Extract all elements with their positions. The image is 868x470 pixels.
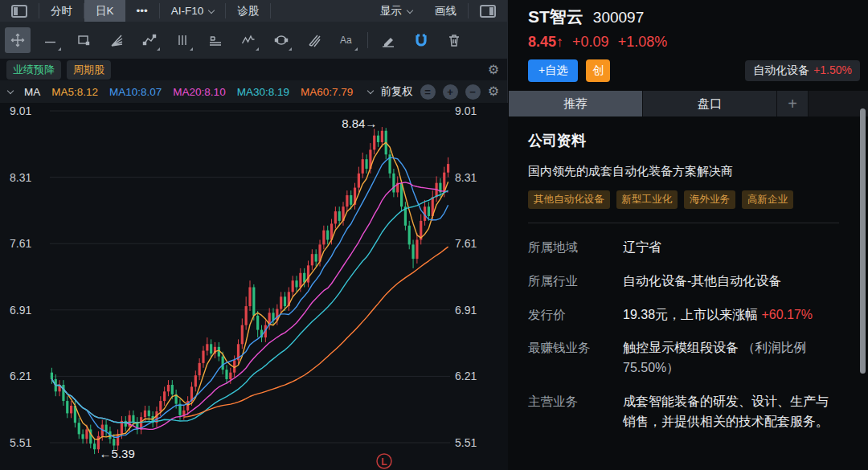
- tag-earnings-decline[interactable]: 业绩预降: [6, 60, 61, 80]
- y-axis-label-right: 8.31: [455, 171, 477, 184]
- company-fields: 所属地域 辽宁省 所属行业 自动化设备-其他自动化设备 发行价 19.38元，上…: [528, 238, 839, 432]
- candle-body: [144, 411, 146, 417]
- gann-tool[interactable]: [203, 27, 228, 53]
- ma30-value: MA30:8.19: [237, 86, 289, 98]
- biz-tag[interactable]: 海外业务: [684, 190, 735, 209]
- y-axis-label-right: 6.91: [455, 304, 477, 317]
- price-row: 8.45↑ +0.09 +1.08%: [528, 34, 868, 51]
- sector-badge[interactable]: 自动化设备+1.50%: [745, 60, 860, 81]
- tags-settings-gear-icon[interactable]: ⚙: [488, 63, 499, 76]
- pitchfork-tool[interactable]: [301, 27, 327, 53]
- tab-ai-f10[interactable]: AI-F10: [160, 0, 226, 22]
- candle-body: [70, 406, 72, 413]
- collapse-left-panel-button[interactable]: [0, 0, 39, 22]
- rectangle-tool[interactable]: [71, 27, 96, 53]
- polyline-tool[interactable]: [137, 27, 162, 53]
- price-annotation: 8.84→: [342, 116, 377, 130]
- candle-body: [362, 159, 364, 174]
- adjust-mode-chevron-icon[interactable]: [367, 87, 374, 93]
- magnet-icon: [413, 32, 429, 48]
- candle-body: [365, 159, 367, 169]
- candle-body: [299, 273, 301, 288]
- candle-body: [252, 287, 255, 315]
- tag-cyclical-stock[interactable]: 周期股: [67, 60, 111, 80]
- wave-tool[interactable]: [235, 27, 261, 53]
- trend-line-tool[interactable]: [38, 27, 63, 53]
- field-top-business: 最赚钱业务 触控显示模组段设备 （利润比例 75.50%）: [528, 338, 839, 378]
- candle-body: [66, 401, 68, 413]
- field-issue-price: 发行价 19.38元，上市以来涨幅 +60.17%: [528, 305, 839, 325]
- y-axis-label-right: 9.01: [455, 104, 477, 117]
- candle-body: [225, 370, 227, 379]
- kline-chart[interactable]: 9.019.018.318.317.617.616.916.916.216.21…: [0, 103, 508, 470]
- candle-body: [408, 226, 411, 245]
- y-axis-label-left: 6.91: [10, 304, 31, 317]
- field-main-business: 主营业务 成套智能装备的研发、设计、生产与销售，并提供相关的技术配套服务。: [528, 392, 839, 432]
- collapse-right-panel-button[interactable]: [469, 0, 507, 22]
- candle-body: [163, 391, 166, 401]
- circle-tool[interactable]: [268, 27, 294, 53]
- vertical-lines-tool[interactable]: [170, 27, 195, 53]
- candle-body: [51, 373, 53, 379]
- tab-order-book[interactable]: 盘口: [643, 91, 777, 116]
- tab-recommend[interactable]: 推荐: [509, 91, 643, 116]
- magnet-tool[interactable]: [408, 27, 434, 53]
- field-value: 自动化设备-其他自动化设备: [623, 272, 839, 292]
- zoom-in-button[interactable]: +: [443, 84, 458, 100]
- y-axis-label-right: 5.51: [455, 436, 477, 449]
- chevron-down-icon: [208, 6, 215, 13]
- chinext-board-badge[interactable]: 创: [586, 59, 610, 82]
- adjust-mode-label[interactable]: 前复权: [380, 84, 413, 99]
- watermark-letter: L: [381, 456, 387, 468]
- stock-name: ST智云: [528, 7, 583, 26]
- move-cross-tool[interactable]: [5, 27, 31, 53]
- field-value: 19.38元，上市以来涨幅 +60.17%: [623, 305, 839, 325]
- biz-tag[interactable]: 高新企业: [742, 190, 793, 209]
- fan-lines-tool[interactable]: [104, 27, 129, 53]
- display-menu-button[interactable]: 显示: [369, 0, 424, 22]
- candle-body: [256, 316, 259, 330]
- biz-tag[interactable]: 新型工业化: [616, 190, 678, 209]
- y-axis-label-left: 8.31: [10, 171, 31, 184]
- add-watchlist-button[interactable]: +自选: [528, 59, 578, 82]
- candle-body: [411, 244, 414, 259]
- text-tool[interactable]: Aa: [334, 27, 360, 53]
- candle-body: [125, 421, 127, 427]
- candle-body: [117, 434, 119, 445]
- trend-line-icon: [43, 32, 59, 48]
- price-annotation: ←5.39: [100, 447, 135, 460]
- biz-tag[interactable]: 其他自动化设备: [528, 190, 610, 209]
- candle-body: [350, 195, 352, 205]
- add-tab-button[interactable]: +: [777, 91, 809, 116]
- scrollbar-thumb[interactable]: [860, 108, 866, 374]
- svg-text:Aa: Aa: [340, 35, 352, 46]
- candle-body: [315, 254, 317, 261]
- text-aa-icon: Aa: [338, 32, 356, 48]
- info-tabs: 推荐 盘口 +: [509, 91, 868, 116]
- kline-chart-area[interactable]: 9.019.018.318.317.617.616.916.916.216.21…: [0, 103, 508, 470]
- panel-left-icon: [11, 5, 27, 18]
- draw-line-button[interactable]: 画线: [424, 0, 468, 22]
- tab-timeshare[interactable]: 分时: [39, 0, 84, 22]
- circle-icon: [273, 32, 289, 48]
- chart-settings-gear-icon[interactable]: ⚙: [488, 85, 499, 98]
- indicator-collapse-chevron-icon[interactable]: [7, 87, 14, 93]
- trash-tool[interactable]: [441, 27, 467, 53]
- candle-body: [322, 231, 325, 245]
- y-axis-label-right: 6.21: [455, 370, 477, 382]
- stock-tags-row: 业绩预降 周期股 ⚙: [0, 59, 507, 80]
- candle-body: [182, 411, 185, 415]
- candle-body: [222, 357, 224, 370]
- field-label: 所属行业: [528, 272, 623, 292]
- more-periods-button[interactable]: •••: [125, 0, 159, 22]
- sector-change: +1.50%: [813, 63, 852, 76]
- candle-body: [167, 385, 170, 391]
- candle-body: [346, 195, 348, 206]
- reset-zoom-button[interactable]: =: [420, 84, 436, 100]
- zoom-out-button[interactable]: −: [465, 84, 481, 100]
- candle-body: [245, 306, 248, 325]
- tab-diagnose[interactable]: 诊股: [226, 0, 270, 22]
- candle-body: [81, 434, 84, 439]
- eraser-tool[interactable]: [375, 27, 401, 53]
- tab-daily-k[interactable]: 日K: [84, 0, 125, 22]
